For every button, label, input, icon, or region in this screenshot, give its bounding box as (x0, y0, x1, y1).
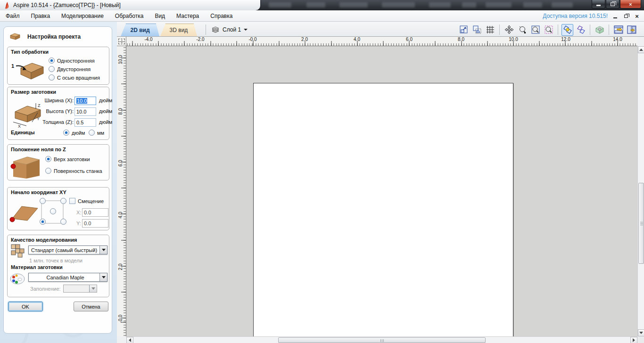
layer-name: Слой 1 (223, 26, 241, 33)
radio-icon[interactable] (45, 168, 51, 174)
job-type-title: Тип обработки (11, 49, 49, 55)
mdi-minimize-button[interactable] (612, 13, 619, 19)
height-unit: дюйм (99, 108, 112, 114)
height-label: Высота (Y): (26, 108, 74, 114)
option-label: Верх заготовки (54, 156, 90, 162)
ruler-label: -0.0 (248, 37, 256, 42)
tab-label: 2D вид (130, 27, 149, 33)
offset-y-input[interactable]: 0.0 (82, 219, 108, 228)
preview-3d-button[interactable] (594, 24, 605, 36)
move-vectors-button[interactable] (575, 24, 586, 36)
radio-icon[interactable] (49, 74, 55, 81)
job-size-title: Размер заготовки (11, 89, 56, 95)
tab-3d-view[interactable]: 3D вид (160, 24, 197, 36)
dropdown-arrow-icon[interactable] (99, 273, 107, 281)
height-input[interactable]: 10.0 (74, 107, 96, 116)
radio-icon[interactable] (63, 130, 69, 136)
origin-center-radio[interactable] (50, 208, 56, 214)
zoom-interactive-button[interactable] (516, 24, 528, 36)
mdi-close-button[interactable]: × (634, 13, 640, 19)
layer-selector[interactable]: Слой 1 (211, 24, 248, 35)
material-dropdown[interactable]: Canadian Maple (28, 273, 107, 282)
origin-bottom-left-radio[interactable] (40, 219, 46, 225)
offset-x-label: X: (76, 210, 81, 215)
job-type-option-rotary[interactable]: С осью вращения (49, 74, 100, 81)
window-title: Aspire 10.514 - {Zamueco[TPC]} - [Новый] (13, 2, 121, 8)
job-type-group: Тип обработки 1 Односторонняя Двусторонн… (7, 47, 109, 85)
menu-modeling[interactable]: Моделирование (56, 11, 109, 21)
snap-grid-button[interactable] (484, 24, 496, 36)
menu-view[interactable]: Вид (149, 11, 171, 21)
drawing-canvas[interactable] (126, 46, 637, 336)
width-input[interactable]: 10.0 (74, 97, 96, 105)
restore-button[interactable] (606, 0, 619, 8)
menu-gadgets[interactable]: Мастера (171, 11, 205, 21)
pan-button[interactable] (503, 24, 515, 36)
job-type-option-double[interactable]: Двусторонняя (49, 66, 91, 72)
radio-icon[interactable] (49, 57, 55, 64)
offset-checkbox[interactable] (69, 198, 75, 204)
scale-object-button[interactable] (458, 24, 470, 36)
horizontal-scrollbar[interactable] (126, 336, 637, 343)
radio-icon[interactable] (89, 130, 95, 136)
tile-vertical-icon (627, 25, 637, 34)
ok-button[interactable]: OK (8, 302, 43, 311)
mdi-restore-button[interactable] (623, 13, 629, 19)
offset-checkbox-row[interactable]: Смещение (69, 198, 104, 204)
fit-material-button[interactable] (471, 24, 483, 36)
toggle-vectors-button[interactable] (561, 24, 573, 36)
dropdown-arrow-icon (89, 285, 97, 292)
ruler-label: 6.0 (406, 37, 413, 42)
option-label: С осью вращения (57, 75, 100, 81)
zoom-selection-button[interactable] (543, 24, 554, 36)
vertical-scroll-thumb[interactable] (638, 183, 644, 264)
scroll-left-button[interactable] (126, 337, 133, 343)
menu-edit[interactable]: Правка (25, 11, 56, 21)
thickness-input[interactable]: 0.5 (74, 118, 96, 127)
dropdown-arrow-icon[interactable] (99, 246, 107, 254)
job-type-option-single[interactable]: Односторонняя (49, 57, 95, 64)
offset-y-label: Y: (76, 220, 81, 226)
job-material-area[interactable] (253, 83, 513, 336)
xy-origin-group: Начало координат XY Смещение (7, 187, 109, 230)
option-label: мм (97, 130, 104, 136)
modeling-quality-icon (10, 244, 25, 260)
origin-bottom-right-radio[interactable] (60, 219, 66, 225)
units-option-inch[interactable]: дюйм (63, 130, 85, 136)
minimize-button[interactable] (592, 0, 605, 8)
origin-top-right-radio[interactable] (60, 198, 66, 204)
menu-help[interactable]: Справка (205, 11, 238, 21)
scroll-up-button[interactable] (638, 46, 644, 53)
cancel-button[interactable]: Отмена (74, 302, 108, 311)
tile-horizontal-button[interactable] (612, 24, 624, 36)
tab-2d-view[interactable]: 2D вид (121, 24, 159, 36)
z-zero-option-top[interactable]: Верх заготовки (45, 156, 90, 162)
option-label: дюйм (72, 130, 85, 136)
option-label: Двусторонняя (57, 66, 91, 72)
fill-dropdown[interactable] (63, 285, 97, 293)
offset-x-input[interactable]: 0.0 (82, 208, 108, 217)
layer-dropdown-arrow-icon[interactable] (244, 29, 248, 31)
vertical-scrollbar[interactable] (637, 46, 644, 336)
close-button[interactable]: × (620, 0, 641, 8)
tile-vertical-button[interactable] (626, 24, 637, 36)
units-option-mm[interactable]: мм (89, 130, 104, 136)
scroll-down-button[interactable] (638, 329, 644, 336)
arrow-down-icon (639, 332, 643, 334)
horizontal-scroll-thumb[interactable] (278, 337, 486, 343)
thumb-grip (382, 339, 382, 342)
menu-file[interactable]: Файл (0, 11, 25, 21)
thickness-label: Толщина (Z): (26, 119, 74, 125)
background-artifact (552, 2, 573, 8)
z-zero-option-bed[interactable]: Поверхность станка (45, 168, 102, 174)
quality-dropdown[interactable]: Стандарт (самый быстрый) (28, 245, 107, 254)
menu-toolpaths[interactable]: Обработка (109, 11, 149, 21)
origin-top-left-radio[interactable] (40, 198, 46, 204)
quality-value: Стандарт (самый быстрый) (29, 247, 99, 253)
scroll-right-button[interactable] (630, 337, 637, 343)
zoom-box-button[interactable] (529, 24, 541, 36)
radio-icon[interactable] (49, 66, 55, 72)
radio-icon[interactable] (45, 156, 51, 162)
version-update-link[interactable]: Доступна версия 10.515! (543, 13, 608, 19)
horizontal-ruler: -4.0 -2.0 -0.0 2.0 4.0 6.0 8.0 10.0 12.0… (126, 37, 637, 46)
